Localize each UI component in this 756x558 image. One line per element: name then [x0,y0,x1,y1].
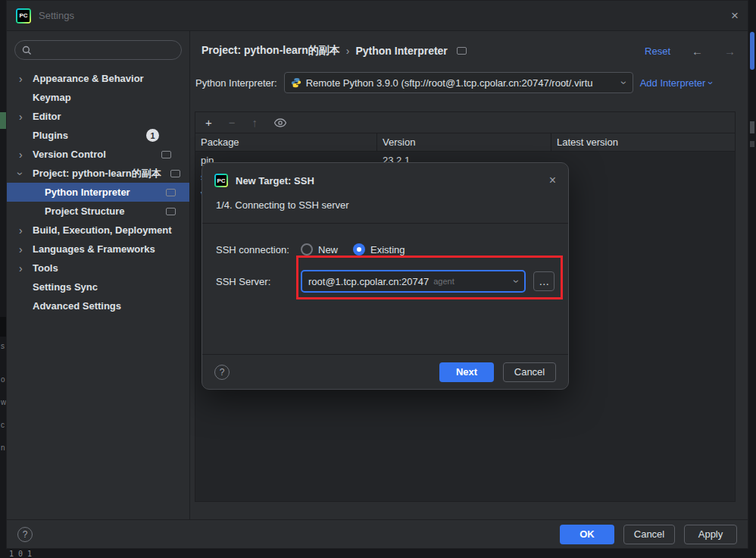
cancel-button[interactable]: Cancel [623,525,675,544]
sidebar-item-label: Advanced Settings [33,300,121,312]
sidebar-item-version-control[interactable]: › Version Control [7,145,189,164]
project-scope-icon [166,208,176,215]
status-bar-fragment: 1 0 1 [9,550,32,558]
settings-search-input[interactable] [14,40,182,60]
sidebar-item-label: Project: python-learn的副本 [33,167,161,180]
background-fragment [750,141,754,147]
dialog-title: New Target: SSH [236,175,314,187]
radio-circle-icon [301,243,313,255]
settings-tree: › Appearance & Behavior Keymap › Editor … [7,69,189,315]
sidebar-item-label: Editor [33,111,61,122]
background-fragment: n [1,444,6,452]
sidebar-item-label: Appearance & Behavior [33,73,144,84]
sidebar-item-keymap[interactable]: Keymap [7,88,189,107]
upgrade-package-button[interactable]: ↑ [252,117,258,128]
pycharm-logo-icon: PC [214,174,228,187]
dialog-header: PC New Target: SSH × [202,163,568,192]
forward-arrow-icon[interactable]: → [724,45,736,58]
chevron-right-icon: › [19,243,33,255]
package-toolbar: + − ↑ [195,112,735,133]
plugins-update-badge: 1 [146,129,159,142]
wizard-step-label: 1/4. Connecting to SSH server [202,192,568,223]
remove-package-button[interactable]: − [229,117,236,128]
reset-link[interactable]: Reset [645,45,670,57]
back-arrow-icon[interactable]: ← [692,45,703,58]
close-icon[interactable]: × [731,9,739,22]
interpreter-select[interactable]: Remote Python 3.9.0 (sftp://root@1.tcp.c… [284,72,633,93]
sidebar-item-label: Plugins [33,130,68,141]
radio-existing[interactable]: Existing [353,243,405,255]
background-fragment: w [1,399,6,406]
interpreter-label: Python Interpreter: [195,77,277,89]
dialog-body: SSH connection: New Existing [202,224,568,354]
sidebar-item-label: Keymap [33,92,71,103]
background-fragment: s [1,343,6,350]
chevron-right-icon: › [19,224,33,237]
sidebar-item-advanced-settings[interactable]: Advanced Settings [7,296,189,315]
sidebar-item-languages-frameworks[interactable]: › Languages & Frameworks [7,240,189,259]
ssh-server-value: root@1.tcp.cpolar.cn:20747 [308,276,429,287]
sidebar-item-build-execution-deployment[interactable]: › Build, Execution, Deployment [7,221,189,240]
sidebar-item-appearance-behavior[interactable]: › Appearance & Behavior [7,69,189,88]
window-title: Settings [39,10,74,21]
sidebar-item-settings-sync[interactable]: Settings Sync [7,277,189,296]
chevron-down-icon: › [515,275,519,287]
dialog-footer: ? Next Cancel [202,354,568,389]
new-target-ssh-dialog: PC New Target: SSH × 1/4. Connecting to … [201,162,569,390]
chevron-right-icon: › [19,262,33,274]
add-package-button[interactable]: + [205,117,212,128]
sidebar-item-label: Python Interpreter [45,187,130,198]
background-fragment: c [1,422,6,429]
sidebar-item-project[interactable]: › Project: python-learn的副本 [7,164,189,183]
help-button[interactable]: ? [17,527,33,542]
add-interpreter-link[interactable]: Add Interpreter › [640,77,713,89]
settings-footer: ? OK Cancel Apply [7,519,748,548]
radio-circle-selected-icon [353,243,365,255]
sidebar-item-tools[interactable]: › Tools [7,259,189,277]
breadcrumb-page: Python Interpreter [355,45,447,57]
pycharm-logo-icon: PC [16,8,31,24]
ssh-server-label: SSH Server: [216,276,301,287]
project-scope-icon [166,189,176,196]
background-fragment [0,112,6,129]
dialog-cancel-button[interactable]: Cancel [503,362,556,382]
ssh-server-select[interactable]: root@1.tcp.cpolar.cn:20747 agent › [301,270,526,293]
ok-button[interactable]: OK [560,525,614,544]
chevron-right-icon: › [19,149,33,161]
help-button[interactable]: ? [214,365,230,380]
project-scope-icon [170,170,180,177]
settings-window: PC Settings × › Appearance & Behavior Ke… [6,0,748,549]
show-early-releases-button[interactable] [274,118,286,127]
breadcrumb-separator-icon: › [346,45,350,57]
package-table-header: Package Version Latest version [195,133,735,152]
column-header-package[interactable]: Package [195,133,377,151]
background-fragment [0,317,6,337]
breadcrumb-project[interactable]: Project: python-learn的副本 [201,44,340,58]
apply-button[interactable]: Apply [684,525,737,544]
chevron-down-icon: › [623,77,626,89]
chevron-down-icon: › [19,168,33,180]
next-button[interactable]: Next [439,362,494,382]
chevron-down-icon: › [705,81,717,84]
settings-sidebar: › Appearance & Behavior Keymap › Editor … [7,31,190,519]
sidebar-item-project-structure[interactable]: Project Structure [7,202,189,221]
sidebar-item-plugins[interactable]: Plugins 1 [7,126,189,145]
column-header-version[interactable]: Version [377,133,551,151]
sidebar-item-label: Version Control [33,149,106,160]
browse-ssh-configurations-button[interactable]: … [533,271,555,291]
interpreter-value: Remote Python 3.9.0 (sftp://root@1.tcp.c… [306,77,618,89]
breadcrumb: Project: python-learn的副本 › Python Interp… [190,31,748,71]
ssh-agent-tag: agent [433,277,455,286]
sidebar-item-python-interpreter[interactable]: Python Interpreter [7,183,189,202]
radio-new[interactable]: New [301,243,338,255]
background-fragment [750,121,754,133]
sidebar-item-label: Languages & Frameworks [33,243,155,255]
sidebar-item-label: Tools [33,262,58,274]
title-bar: PC Settings × [7,1,748,31]
chevron-right-icon: › [19,73,33,85]
sidebar-item-editor[interactable]: › Editor [7,107,189,126]
close-icon[interactable]: × [549,174,556,187]
column-header-latest-version[interactable]: Latest version [551,133,735,151]
project-scope-icon [457,47,467,55]
search-icon [22,45,32,55]
